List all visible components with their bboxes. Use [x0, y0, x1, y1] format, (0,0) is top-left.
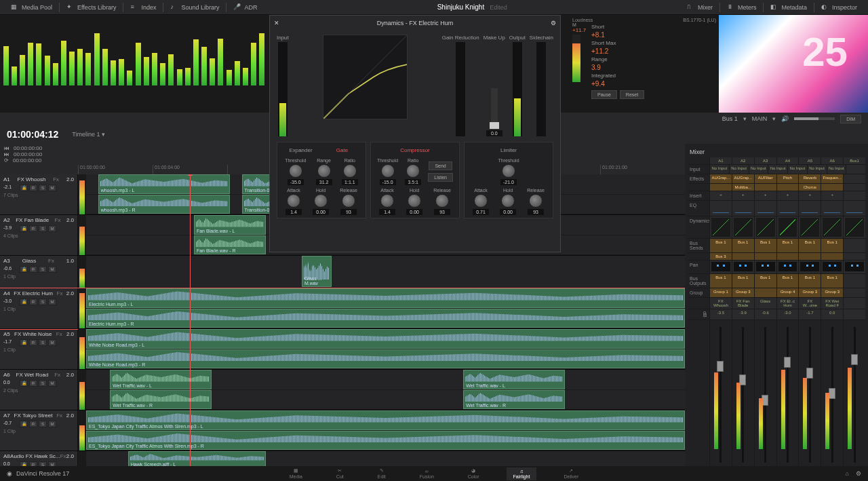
mixer-cell[interactable]: Bus 1 [732, 239, 754, 252]
exp-range-knob[interactable] [317, 164, 331, 178]
track-header[interactable]: A6FX Wet RoadFx2.0 0.0🔒RSM 2 Clips [0, 370, 78, 410]
fader-handle[interactable] [717, 361, 724, 372]
mixer-cell[interactable]: Chorus [798, 184, 821, 191]
solo-btn[interactable]: S [39, 266, 47, 273]
mixer-cell[interactable]: Group 3 [732, 288, 754, 297]
eq-thumb[interactable] [732, 201, 754, 216]
lock-btn[interactable]: 🔒 [20, 461, 28, 466]
adr-btn[interactable]: 🎤ADR [228, 3, 262, 12]
loudness-pause[interactable]: Pause [591, 90, 617, 99]
mixer-cell[interactable]: + [821, 191, 843, 200]
audio-clip[interactable]: Electric Hum.mp3 - R [86, 309, 685, 328]
solo-btn[interactable]: S [39, 461, 47, 466]
mixer-cell[interactable]: FX W...oise [798, 298, 821, 309]
audio-clip[interactable]: Electric Hum.mp3 - L [86, 288, 685, 308]
eq-thumb[interactable] [843, 201, 865, 216]
mixer-cell[interactable]: Bus 1 [754, 239, 776, 252]
mixer-cell[interactable]: Bus 1 [798, 239, 821, 252]
mixer-cell[interactable]: + [732, 191, 754, 200]
mixer-cell[interactable]: A1 [709, 157, 732, 164]
track-header[interactable]: A1FX WhooshFx2.0 -2.1🔒RSM 7 Clips [0, 174, 78, 214]
fairlight-page-tab[interactable]: ♫Fairlight [507, 467, 537, 480]
exp-attack-knob[interactable] [287, 194, 300, 208]
mute-btn[interactable]: M [48, 225, 56, 232]
lock-btn[interactable]: 🔒 [20, 339, 28, 346]
playback-bus-select[interactable]: Bus 1 [722, 115, 738, 122]
audio-clip[interactable]: Fan Blade.wav - L [194, 215, 266, 235]
mixer-cell[interactable] [754, 288, 776, 297]
mixer-cell[interactable]: + [754, 191, 776, 200]
mixer-cell[interactable]: A3 [754, 157, 776, 164]
exp-threshold-knob[interactable] [289, 164, 302, 178]
solo-btn[interactable]: S [39, 185, 47, 191]
mixer-cell[interactable]: AUGrap... [709, 174, 732, 183]
fader-handle[interactable] [851, 354, 858, 365]
dynamics-thumb[interactable] [732, 216, 754, 238]
audio-clip[interactable]: White Noise Road.mp3 - L [86, 329, 685, 349]
home-icon[interactable]: ⌂ [846, 470, 849, 477]
mute-btn[interactable]: M [48, 299, 56, 305]
mixer-cell[interactable] [821, 253, 843, 260]
track-lane[interactable]: ES_Tokyo Japan City Traffic Atmos With S… [86, 410, 685, 450]
pan-control[interactable] [754, 261, 776, 273]
mixer-cell[interactable]: FX Wet Road F [821, 298, 843, 309]
media-pool-btn[interactable]: ▦Media Pool [5, 3, 58, 12]
mixer-cell[interactable]: Bus 1 [709, 239, 732, 252]
audio-clip[interactable]: whoosh.mp3 - R [98, 195, 230, 214]
mixer-cell[interactable]: Group 3 [798, 288, 821, 297]
arm-btn[interactable]: R [29, 421, 37, 427]
mute-btn[interactable]: M [48, 380, 56, 387]
mixer-cell[interactable]: No Input [729, 165, 749, 174]
dynamics-thumb[interactable] [821, 216, 843, 238]
mixer-cell[interactable]: Bus 1 [821, 239, 843, 252]
fader-track[interactable] [764, 327, 766, 463]
gear-icon[interactable]: ⚙ [856, 470, 861, 477]
playback-main-select[interactable]: MAIN [752, 115, 768, 122]
metadata-btn[interactable]: ◧Metadata [765, 3, 812, 12]
comp-release-knob[interactable] [435, 194, 449, 208]
fader-track[interactable] [831, 327, 833, 463]
eq-thumb[interactable] [798, 201, 821, 216]
comp-send-btn[interactable]: Send [429, 161, 452, 170]
lim-release-knob[interactable] [529, 194, 542, 208]
close-icon[interactable]: ✕ [274, 20, 279, 26]
lock-btn[interactable]: 🔒 [20, 380, 28, 387]
mixer-cell[interactable]: + [776, 191, 799, 200]
mute-btn[interactable]: M [48, 461, 56, 466]
mixer-cell[interactable]: Bus 1 [732, 274, 754, 288]
comp-listen-btn[interactable]: Listen [428, 173, 453, 182]
inspector-btn[interactable]: ◐Inspector [816, 3, 863, 12]
lim-threshold-knob[interactable] [502, 164, 515, 178]
arm-btn[interactable]: R [29, 225, 37, 232]
goto-end-btn[interactable]: ⏭ [4, 151, 9, 157]
mixer-cell[interactable] [754, 184, 776, 191]
edit-page-tab[interactable]: ✎Edit [371, 467, 393, 480]
track-header[interactable]: A2FX Fan BladeFx2.0 -3.9🔒RSM 4 Clips [0, 215, 78, 255]
exp-ratio-knob[interactable] [343, 164, 357, 178]
audio-clip[interactable]: Fan Blade.wav - R [194, 235, 266, 255]
track-header[interactable]: A4FX Electric HumFx2.0 -3.0🔒RSM 1 Clip [0, 288, 78, 328]
pan-control[interactable] [709, 261, 732, 273]
track-header[interactable]: A8Audio FX Hawk Sc...Fx2.0 0.0🔒RSM 1 Cli… [0, 451, 78, 466]
pan-control[interactable] [776, 261, 799, 273]
mixer-cell[interactable]: -3.0 [776, 309, 799, 320]
deliver-page-tab[interactable]: ↗Deliver [557, 467, 585, 480]
track-lane[interactable]: Wet Traffic.wav - LWet Traffic.wav - LWe… [86, 370, 685, 410]
mixer-cell[interactable]: Multiba... [732, 184, 754, 191]
fader-track[interactable] [787, 327, 789, 463]
pan-control[interactable] [843, 261, 865, 273]
mute-btn[interactable]: M [48, 185, 56, 191]
mixer-cell[interactable]: Bus 1 [776, 239, 799, 252]
audio-clip[interactable]: whoosh.mp3 - L [98, 174, 230, 194]
mixer-cell[interactable]: No Input [768, 165, 787, 174]
loudness-reset[interactable]: Reset [620, 90, 644, 99]
exp-release-knob[interactable] [342, 194, 355, 208]
audio-clip[interactable]: ES_Tokyo Japan City Traffic Atmos With S… [86, 410, 685, 430]
comp-threshold-knob[interactable] [381, 164, 395, 178]
arm-btn[interactable]: R [29, 339, 37, 346]
mute-btn[interactable]: M [48, 421, 56, 427]
timeline-select[interactable]: Timeline 1 ▾ [72, 131, 105, 138]
mixer-cell[interactable]: Bus 1 [754, 274, 776, 288]
playhead[interactable] [190, 174, 191, 466]
media-page-tab[interactable]: ▦Media [283, 467, 309, 480]
